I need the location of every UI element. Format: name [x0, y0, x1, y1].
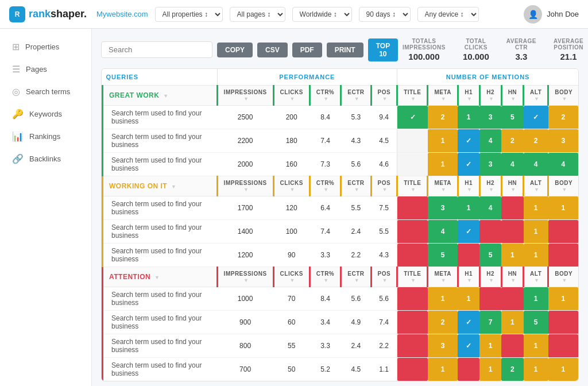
cell-hn-1 — [501, 220, 523, 244]
sidebar-item-keywords[interactable]: 🔑 Keywords — [0, 103, 91, 125]
position-value: 21.1 — [554, 52, 583, 61]
pos-cell: 4.6 — [371, 153, 397, 176]
table-row: Search term used to find your business 1… — [103, 196, 579, 220]
cell-alt-0: ✓ — [524, 106, 548, 129]
clicks-cell: 160 — [273, 153, 310, 176]
perf-impressions-header: IMPRESSIONS ▼ — [217, 86, 273, 106]
perf-ectr-header: ECTR ▼ — [341, 267, 371, 287]
ctr-cell: 5.2 — [310, 358, 341, 381]
ectr-cell: 2.4 — [341, 220, 371, 244]
cell-h1-1: ✓ — [458, 311, 479, 334]
cell-hn-1: 2 — [501, 129, 523, 153]
table-row: Search term used to find your business 2… — [103, 106, 579, 129]
sidebar: ⊞ Properties ☰ Pages ◎ Search terms 🔑 Ke… — [0, 29, 92, 386]
pos-cell: 7.4 — [371, 311, 397, 334]
cell-h1-0: 1 — [458, 196, 479, 220]
main-layout: ⊞ Properties ☰ Pages ◎ Search terms 🔑 Ke… — [0, 29, 588, 386]
cell-hn-0 — [501, 287, 523, 311]
cell-alt-1: 1 — [524, 220, 548, 244]
sidebar-label-search-terms: Search terms — [26, 87, 70, 96]
pos-cell: 5.6 — [371, 287, 397, 311]
ment-body-header: BODY ▼ — [548, 86, 578, 106]
toolbar: COPY CSV PDF PRINT TOP 10 TOTALS IMPRESS… — [101, 38, 579, 61]
cell-body-1 — [548, 220, 578, 244]
ctr-label: AVERAGE CTR — [506, 38, 536, 51]
top10-button[interactable]: TOP 10 — [368, 38, 398, 61]
clicks-cell: 70 — [273, 287, 310, 311]
clicks-label: TOTAL CLICKS — [463, 38, 489, 51]
sidebar-label-rankings: Rankings — [29, 132, 60, 141]
table-row: Search term used to find your business 1… — [103, 220, 579, 244]
site-link[interactable]: Mywebsite.com — [96, 10, 148, 18]
perf-clicks-header: CLICKS ▼ — [273, 176, 310, 196]
search-input[interactable] — [101, 41, 212, 58]
cell-alt-0: 1 — [524, 196, 548, 220]
pos-cell: 2.2 — [371, 334, 397, 358]
pdf-button[interactable]: PDF — [292, 43, 322, 57]
cell-body-1: 3 — [548, 129, 578, 153]
ment-title-header: TITLE ▼ — [397, 86, 428, 106]
device-select[interactable]: Any device ↕ — [417, 7, 479, 22]
cell-h2-1: 4 — [479, 129, 501, 153]
perf-clicks-header: CLICKS ▼ — [273, 267, 310, 287]
ctr-cell: 3.3 — [310, 244, 341, 267]
rankings-icon: 📊 — [12, 131, 24, 142]
col-performance-header: PERFORMANCE — [217, 69, 397, 86]
all-properties-select[interactable]: All properties ↕ — [155, 7, 223, 22]
ectr-cell: 5.6 — [341, 287, 371, 311]
query-cell: Search term used to find your business — [103, 196, 218, 220]
all-pages-select[interactable]: All pages ↕ — [230, 7, 285, 22]
cell-hn-2 — [501, 334, 523, 358]
ment-h2-header: H2 ▼ — [479, 176, 501, 196]
perf-ectr-header: ECTR ▼ — [341, 86, 371, 106]
sidebar-item-backlinks[interactable]: 🔗 Backlinks — [0, 148, 91, 170]
cell-h2-2: 1 — [479, 334, 501, 358]
cell-alt-1: 5 — [524, 311, 548, 334]
query-cell: Search term used to find your business — [103, 153, 218, 176]
days-select[interactable]: 90 days ↕ — [359, 7, 411, 22]
copy-button[interactable]: COPY — [217, 43, 253, 57]
impressions-value: 100.000 — [403, 52, 446, 61]
ment-h1-header: H1 ▼ — [458, 86, 479, 106]
user-name: John Doe — [547, 10, 579, 18]
perf-clicks-header: CLICKS ▼ — [273, 86, 310, 106]
user-area: 👤 John Doe — [524, 5, 579, 24]
impressions-label: TOTALS IMPRESSIONS — [403, 38, 446, 51]
ctr-cell: 3.4 — [310, 311, 341, 334]
ctr-cell: 6.4 — [310, 196, 341, 220]
pos-cell: 5.5 — [371, 220, 397, 244]
backlinks-icon: 🔗 — [12, 153, 24, 164]
cell-meta-1: 2 — [428, 311, 458, 334]
table-row: Search term used to find your business 7… — [103, 358, 579, 381]
sidebar-item-pages[interactable]: ☰ Pages — [0, 58, 91, 80]
ctr-cell: 7.4 — [310, 129, 341, 153]
ment-title-header: TITLE ▼ — [397, 176, 428, 196]
sidebar-item-search-terms[interactable]: ◎ Search terms — [0, 80, 91, 103]
clicks-cell: 200 — [273, 106, 310, 129]
ctr-cell: 8.4 — [310, 287, 341, 311]
ectr-cell: 5.5 — [341, 196, 371, 220]
impressions-cell: 2000 — [217, 153, 273, 176]
cell-alt-2: 4 — [524, 153, 548, 176]
sidebar-item-rankings[interactable]: 📊 Rankings — [0, 125, 91, 148]
ment-hn-header: HN ▼ — [501, 267, 523, 287]
pos-cell: 4.3 — [371, 244, 397, 267]
search-terms-icon: ◎ — [12, 86, 20, 97]
logo: R rankshaper. — [9, 6, 90, 22]
stat-ctr: AVERAGE CTR 3.3 — [506, 38, 536, 61]
query-cell: Search term used to find your business — [103, 358, 218, 381]
impressions-cell: 700 — [217, 358, 273, 381]
sidebar-item-properties[interactable]: ⊞ Properties — [0, 36, 91, 58]
impressions-cell: 800 — [217, 334, 273, 358]
cell-title-0: ✓ — [397, 106, 428, 129]
print-button[interactable]: PRINT — [327, 43, 363, 57]
cell-meta-2: 1 — [428, 153, 458, 176]
pos-cell: 1.1 — [371, 358, 397, 381]
worldwide-select[interactable]: Worldwide ↕ — [292, 7, 352, 22]
ectr-cell: 2.4 — [341, 334, 371, 358]
csv-button[interactable]: CSV — [257, 43, 288, 57]
table-row: Search term used to find your business 8… — [103, 334, 579, 358]
ectr-cell: 5.3 — [341, 106, 371, 129]
properties-icon: ⊞ — [12, 41, 20, 52]
perf-ectr-header: ECTR ▼ — [341, 176, 371, 196]
